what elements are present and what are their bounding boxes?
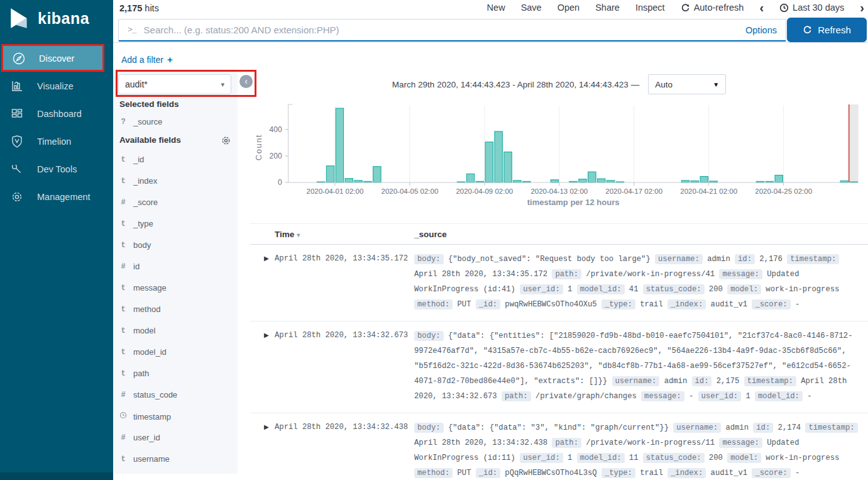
field-name: user_id <box>133 433 160 442</box>
sidebar-item-label: Discover <box>39 53 74 64</box>
add-filter-label: Add a filter <box>121 55 163 65</box>
field-item-body[interactable]: tbody <box>119 240 151 250</box>
histogram-chart[interactable]: Count 02004002020-04-01 02:002020-04-05 … <box>250 99 868 211</box>
field-item--source[interactable]: ?_source <box>119 117 162 126</box>
open-menu-item[interactable]: Open <box>558 3 580 13</box>
auto-refresh-button[interactable]: Auto-refresh <box>681 3 744 13</box>
number-type-icon: # <box>119 262 127 271</box>
field-badge: username: <box>673 423 721 433</box>
field-name: _index <box>133 176 157 186</box>
histogram-svg: 02004002020-04-01 02:002020-04-05 02:002… <box>250 99 868 211</box>
field-badge: _score: <box>752 468 790 478</box>
kibana-logo[interactable]: kibana <box>8 6 89 30</box>
save-menu-item[interactable]: Save <box>521 3 542 13</box>
field-item-user-id[interactable]: #user_id <box>119 433 160 442</box>
field-item--index[interactable]: t_index <box>119 176 157 186</box>
table-header-row: Time▾ _source <box>250 223 868 245</box>
svg-text:2020-04-25 02:00: 2020-04-25 02:00 <box>755 187 812 195</box>
sidebar-item-visualize[interactable]: Visualize <box>0 72 113 100</box>
field-name: id <box>133 262 140 271</box>
inspect-menu-item[interactable]: Inspect <box>635 3 665 13</box>
time-forward-chevron[interactable]: › <box>860 3 864 12</box>
wrench-icon <box>9 162 25 177</box>
add-filter-button[interactable]: Add a filter + <box>121 54 173 65</box>
table-row: ▶April 28th 2020, 13:34:32.438body: {"da… <box>250 413 868 480</box>
field-item-model[interactable]: tmodel <box>119 326 155 335</box>
refresh-icon <box>803 25 812 35</box>
field-badge: timestamp: <box>744 376 796 386</box>
search-input[interactable] <box>144 25 745 35</box>
string-type-icon: t <box>119 155 127 164</box>
field-item-method[interactable]: tmethod <box>119 304 160 314</box>
unknown-type-icon: ? <box>119 118 127 126</box>
field-badge: method: <box>414 468 453 478</box>
svg-text:2020-04-05 02:00: 2020-04-05 02:00 <box>381 187 438 195</box>
field-item-id[interactable]: #id <box>119 262 140 271</box>
field-item--score[interactable]: #_score <box>119 198 158 207</box>
field-badge: body: <box>414 331 444 341</box>
table-row: ▶April 28th 2020, 13:34:32.673body: {"da… <box>250 321 868 413</box>
field-badge: id: <box>692 376 712 386</box>
sort-desc-icon: ▾ <box>297 232 300 238</box>
field-badge: model: <box>727 284 761 294</box>
sidebar-item-management[interactable]: Management <box>0 183 113 211</box>
expand-row-icon[interactable]: ▶ <box>250 252 275 312</box>
field-item-model-id[interactable]: tmodel_id <box>119 347 167 357</box>
field-name: _score <box>133 198 158 207</box>
sidebar-item-timelion[interactable]: Timelion <box>0 128 113 155</box>
field-badge: model_id: <box>577 284 625 294</box>
sidebar-bottom-strip <box>0 472 113 480</box>
field-badge: _score: <box>752 299 790 310</box>
svg-text:timestamp per 12 hours: timestamp per 12 hours <box>527 198 620 207</box>
field-item-status-code[interactable]: #status_code <box>119 390 177 399</box>
expand-row-icon[interactable]: ▶ <box>250 328 275 404</box>
chart-header: March 29th 2020, 14:44:43.423 - April 28… <box>250 74 868 94</box>
field-badge: user_id: <box>520 453 563 463</box>
field-name: path <box>133 369 149 378</box>
field-badge: username: <box>655 254 703 264</box>
top-menu: NewSaveOpenShareInspectAuto-refresh‹Last… <box>487 3 864 13</box>
field-settings-gear-icon[interactable] <box>221 136 231 146</box>
time-back-chevron[interactable]: ‹ <box>759 3 764 12</box>
index-pattern-selector[interactable]: audit* ▾ <box>118 74 231 94</box>
plus-icon: + <box>167 54 173 65</box>
options-link[interactable]: Options <box>745 25 786 35</box>
field-badge: method: <box>414 299 453 310</box>
share-menu-item[interactable]: Share <box>595 3 620 13</box>
interval-select[interactable]: Auto ▼ <box>648 74 726 94</box>
string-type-icon: t <box>119 220 127 228</box>
sidebar-item-discover[interactable]: Discover <box>2 46 103 71</box>
field-name: model_id <box>133 347 167 357</box>
svg-text:2020-04-21 02:00: 2020-04-21 02:00 <box>680 187 737 195</box>
field-name: body <box>133 240 151 250</box>
expand-row-icon[interactable]: ▶ <box>250 420 275 480</box>
field-badge: status_code: <box>643 284 705 294</box>
time-range-title: March 29th 2020, 14:44:43.423 - April 28… <box>392 80 639 89</box>
field-badge: username: <box>612 376 660 386</box>
svg-text:200: 200 <box>270 152 282 160</box>
row-source-value: body: {"data": {"data": "3", "kind": "gr… <box>414 420 868 480</box>
new-menu-item[interactable]: New <box>487 3 505 13</box>
refresh-button[interactable]: Refresh <box>787 18 867 42</box>
field-badge: _type: <box>602 468 635 478</box>
field-item-message[interactable]: tmessage <box>119 283 167 293</box>
field-badge: _index: <box>667 468 706 478</box>
field-item--type[interactable]: t_type <box>119 219 153 228</box>
sidebar-item-dashboard[interactable]: Dashboard <box>0 100 113 128</box>
gear-icon <box>9 189 25 204</box>
time-column-header[interactable]: Time▾ <box>275 230 414 239</box>
field-item-username[interactable]: tusername <box>119 454 170 464</box>
string-type-icon: t <box>119 241 127 250</box>
field-badge: id: <box>735 254 755 264</box>
sidebar-item-label: Dev Tools <box>37 164 77 174</box>
sidebar-item-dev-tools[interactable]: Dev Tools <box>0 155 113 183</box>
field-item--id[interactable]: t_id <box>119 155 144 164</box>
time-range-picker[interactable]: Last 30 days <box>779 3 844 13</box>
field-item-timestamp[interactable]: timestamp <box>119 411 171 421</box>
field-item-path[interactable]: tpath <box>119 369 149 378</box>
field-badge: message: <box>641 391 684 401</box>
documents-table: Time▾ _source ▶April 28th 2020, 13:34:35… <box>250 223 868 480</box>
row-source-value: body: {"body_not_saved": "Request body t… <box>414 252 868 312</box>
field-badge: _id: <box>476 468 500 478</box>
field-name: _type <box>133 219 153 228</box>
